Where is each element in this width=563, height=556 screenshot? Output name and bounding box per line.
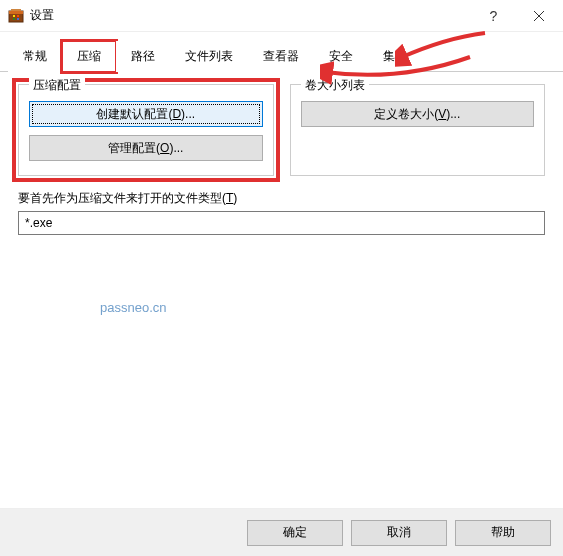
svg-rect-6 <box>17 18 19 20</box>
tab-compression[interactable]: 压缩 <box>62 41 116 72</box>
tab-integration[interactable]: 集成 <box>368 41 422 72</box>
tab-bar: 常规 压缩 路径 文件列表 查看器 安全 集成 <box>0 32 563 72</box>
watermark-text: passneo.cn <box>100 300 167 315</box>
compression-config-legend: 压缩配置 <box>29 77 85 94</box>
tab-content: 压缩配置 创建默认配置(D)... 管理配置(O)... 卷大小列表 定义卷大小… <box>0 72 563 247</box>
cancel-button[interactable]: 取消 <box>351 520 447 546</box>
svg-rect-5 <box>13 18 15 20</box>
svg-rect-2 <box>11 9 21 11</box>
create-default-config-button[interactable]: 创建默认配置(D)... <box>29 101 263 127</box>
close-icon <box>534 11 544 21</box>
define-volume-size-button[interactable]: 定义卷大小(V)... <box>301 101 535 127</box>
app-icon <box>8 8 24 24</box>
tab-security[interactable]: 安全 <box>314 41 368 72</box>
dialog-footer: 确定 取消 帮助 <box>0 508 563 556</box>
file-types-input[interactable] <box>18 211 545 235</box>
svg-rect-4 <box>17 15 19 17</box>
tab-general[interactable]: 常规 <box>8 41 62 72</box>
titlebar: 设置 ? <box>0 0 563 32</box>
volume-size-group: 卷大小列表 定义卷大小(V)... <box>290 84 546 176</box>
svg-rect-3 <box>13 15 15 17</box>
svg-rect-1 <box>9 11 23 14</box>
tab-filelist[interactable]: 文件列表 <box>170 41 248 72</box>
compression-config-group: 压缩配置 创建默认配置(D)... 管理配置(O)... <box>18 84 274 176</box>
help-button[interactable]: ? <box>471 1 516 31</box>
close-button[interactable] <box>516 1 561 31</box>
tab-viewer[interactable]: 查看器 <box>248 41 314 72</box>
volume-size-legend: 卷大小列表 <box>301 77 369 94</box>
tab-path[interactable]: 路径 <box>116 41 170 72</box>
manage-config-button[interactable]: 管理配置(O)... <box>29 135 263 161</box>
help-footer-button[interactable]: 帮助 <box>455 520 551 546</box>
file-types-label: 要首先作为压缩文件来打开的文件类型(T) <box>18 190 545 207</box>
window-title: 设置 <box>30 7 471 24</box>
ok-button[interactable]: 确定 <box>247 520 343 546</box>
